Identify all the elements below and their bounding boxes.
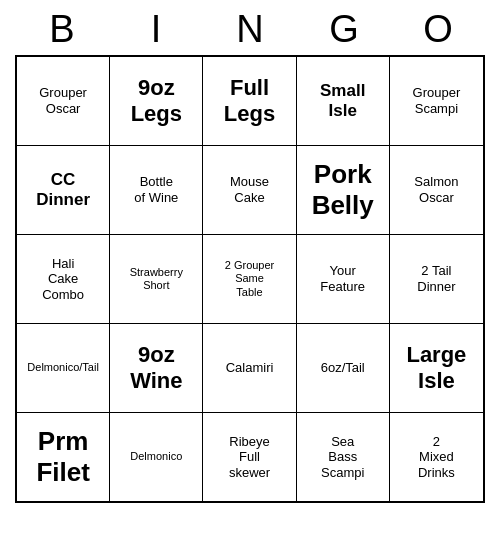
bingo-grid: GrouperOscar9ozLegsFullLegsSmallIsleGrou…	[15, 55, 485, 503]
cell-text: Delmonico	[130, 450, 182, 463]
cell-text: SeaBassScampi	[321, 434, 364, 481]
bingo-cell: 2 GrouperSameTable	[203, 235, 296, 323]
letter-o: O	[394, 8, 482, 51]
cell-text: StrawberryShort	[130, 266, 183, 292]
cell-text: FullLegs	[224, 75, 275, 128]
bingo-cell: CCDinner	[17, 146, 110, 234]
bingo-cell: 6oz/Tail	[297, 324, 390, 412]
bingo-cell: SeaBassScampi	[297, 413, 390, 501]
cell-text: PrmFilet	[36, 426, 89, 488]
bingo-cell: PorkBelly	[297, 146, 390, 234]
cell-text: MouseCake	[230, 174, 269, 205]
bingo-cell: PrmFilet	[17, 413, 110, 501]
cell-text: Calamiri	[226, 360, 274, 376]
cell-text: HaliCakeCombo	[42, 256, 84, 303]
bingo-cell: SalmonOscar	[390, 146, 483, 234]
bingo-row: PrmFiletDelmonicoRibeyeFullskewerSeaBass…	[17, 413, 483, 501]
bingo-cell: Delmonico	[110, 413, 203, 501]
bingo-cell: MouseCake	[203, 146, 296, 234]
cell-text: 9ozLegs	[131, 75, 182, 128]
cell-text: 9ozWine	[130, 342, 182, 395]
bingo-cell: 9ozLegs	[110, 57, 203, 145]
cell-text: RibeyeFullskewer	[229, 434, 270, 481]
bingo-cell: Bottleof Wine	[110, 146, 203, 234]
cell-text: CCDinner	[36, 170, 90, 211]
bingo-title: B I N G O	[15, 0, 485, 55]
bingo-row: HaliCakeComboStrawberryShort2 GrouperSam…	[17, 235, 483, 324]
letter-i: I	[112, 8, 200, 51]
cell-text: GrouperScampi	[413, 85, 461, 116]
cell-text: LargeIsle	[406, 342, 466, 395]
letter-g: G	[300, 8, 388, 51]
bingo-cell: YourFeature	[297, 235, 390, 323]
bingo-row: GrouperOscar9ozLegsFullLegsSmallIsleGrou…	[17, 57, 483, 146]
bingo-cell: Delmonico/Tail	[17, 324, 110, 412]
bingo-cell: 2MixedDrinks	[390, 413, 483, 501]
letter-n: N	[206, 8, 294, 51]
bingo-cell: SmallIsle	[297, 57, 390, 145]
bingo-cell: StrawberryShort	[110, 235, 203, 323]
cell-text: 2MixedDrinks	[418, 434, 455, 481]
cell-text: SalmonOscar	[414, 174, 458, 205]
cell-text: PorkBelly	[312, 159, 374, 221]
cell-text: 6oz/Tail	[321, 360, 365, 376]
bingo-cell: Calamiri	[203, 324, 296, 412]
cell-text: Delmonico/Tail	[27, 361, 99, 374]
bingo-cell: LargeIsle	[390, 324, 483, 412]
cell-text: YourFeature	[320, 263, 365, 294]
cell-text: GrouperOscar	[39, 85, 87, 116]
bingo-cell: HaliCakeCombo	[17, 235, 110, 323]
bingo-row: CCDinnerBottleof WineMouseCakePorkBellyS…	[17, 146, 483, 235]
bingo-cell: GrouperOscar	[17, 57, 110, 145]
letter-b: B	[18, 8, 106, 51]
bingo-row: Delmonico/Tail9ozWineCalamiri6oz/TailLar…	[17, 324, 483, 413]
cell-text: 2 TailDinner	[417, 263, 455, 294]
cell-text: SmallIsle	[320, 81, 365, 122]
cell-text: 2 GrouperSameTable	[225, 259, 275, 299]
bingo-cell: GrouperScampi	[390, 57, 483, 145]
cell-text: Bottleof Wine	[134, 174, 178, 205]
bingo-cell: RibeyeFullskewer	[203, 413, 296, 501]
bingo-cell: 9ozWine	[110, 324, 203, 412]
bingo-cell: 2 TailDinner	[390, 235, 483, 323]
bingo-cell: FullLegs	[203, 57, 296, 145]
